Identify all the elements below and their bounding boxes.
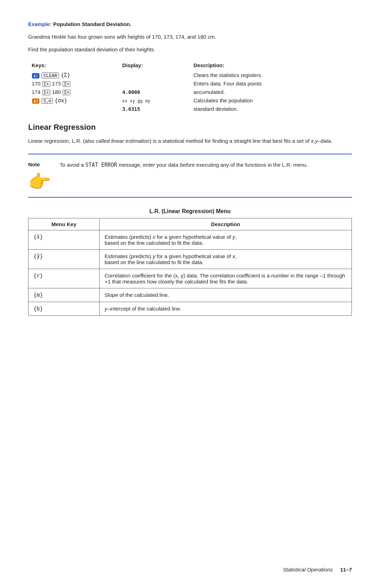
lr-table: Menu Key Description {x̂} Estimates (pre… [28,218,352,316]
display-cell-2 [119,79,190,88]
desc-cell-1: Clears the statistics registers. [190,71,352,79]
footer-title: Statistical Operations [283,567,333,573]
lr-desc-yhat: Estimates (predicts) y for a given hypot… [100,250,352,269]
desc-cell-5: standard deviation. [190,105,352,113]
desc-cell-2: Enters data. Four data points [190,79,352,88]
example-heading: Example: Population Standard Deviation. [28,21,352,27]
table-row: {r} Correlation coefficient for the (x, … [28,269,352,288]
note-label: Note [28,161,60,167]
note-italic: before [180,162,195,168]
kdd-table: Keys: Display: Description: ▮1 CLEAR {Σ}… [28,61,352,113]
footer-page: 11–7 [340,567,352,573]
lr-key-yhat: {ŷ} [28,250,100,269]
lr-x-italic-1: x [153,234,156,240]
lr-header-menukey: Menu Key [28,218,100,230]
footer: Statistical Operations 11–7 [283,567,352,573]
display-cell-4: sx sy σx σy [119,96,190,105]
key-sigma-plus-1: Σ+ [42,81,50,87]
key-sigmax-label: {σx} [55,97,67,104]
lr-y-italic-2: y [153,253,156,259]
display-val-4: sx sy σx σy [122,98,151,103]
desc-cell-4: Calculates the population [190,96,352,105]
key-blue-1: ▮1 [32,73,39,78]
lr-key-r: {r} [28,269,100,288]
keys-cell-3: 174 Σ+ 180 Σ+ [28,88,119,96]
lr-italic: linear estimation [111,138,150,144]
key-sigma-plus-2: Σ+ [63,81,70,87]
lr-y-italic-1: y [233,234,235,240]
table-row: {x̂} Estimates (predicts) x for a given … [28,230,352,250]
lr-desc-xhat: Estimates (predicts) x for a given hypot… [100,230,352,250]
example-body-line1: Grandma Hinkle has four grown sons with … [28,33,352,41]
lr-x-italic-2: x [233,253,235,259]
table-row: 170 Σ+ 173 Σ+ Enters data. Four data poi… [28,79,352,88]
kdd-header-display: Display: [119,61,190,71]
note-content: To avoid a STAT ERROR message, enter you… [60,161,352,169]
keys-cell-2: 170 Σ+ 173 Σ+ [28,79,119,88]
desc-cell-3: accumulated. [190,88,352,96]
note-box: Note 👉 To avoid a STAT ERROR message, en… [28,154,352,198]
example-body-line2: Find the population standard deviation o… [28,45,352,54]
key-sigma-sigma: S,σ [42,98,53,104]
table-row: ▮1 CLEAR {Σ} Clears the statistics regis… [28,71,352,79]
display-val-3: 4.0000 [122,89,140,95]
display-val-5: 3.6315 [122,106,140,112]
table-row: 3.6315 standard deviation. [28,105,352,113]
section-heading-lr: Linear Regression [28,123,352,132]
lr-key-xhat: {x̂} [28,230,100,250]
key-orange-1: ▮2 [32,98,39,104]
lr-key-m: {m} [28,288,100,302]
lr-desc-m: Slope of the calculated line. [100,288,352,302]
keys-cell-5 [28,105,119,113]
display-cell-3: 4.0000 [119,88,190,96]
keys-cell-1: ▮1 CLEAR {Σ} [28,71,119,79]
lr-xy: x,y [311,138,318,144]
lr-key-b: {b} [28,302,100,316]
lr-y-italic-3: y [104,306,107,312]
hand-pointing-icon: 👉 [28,172,51,191]
table-row: ▮2 S,σ {σx} sx sy σx σy Calculates the p… [28,96,352,105]
key-sigma-label: {Σ} [61,72,70,78]
table-row: {b} y–intercept of the calculated line. [28,302,352,316]
table-row: 174 Σ+ 180 Σ+ 4.0000 accumulated. [28,88,352,96]
lr-header-desc: Description [100,218,352,230]
keys-cell-4: ▮2 S,σ {σx} [28,96,119,105]
lr-desc-r: Correlation coefficient for the (x, y) d… [100,269,352,288]
table-row: {m} Slope of the calculated line. [28,288,352,302]
example-title: Population Standard Deviation. [53,21,132,27]
note-text-pre: To avoid a [60,162,86,168]
lr-table-header-row: Menu Key Description [28,218,352,230]
note-text-post: executing any of the functions in the L.… [195,162,308,168]
table-row: {ŷ} Estimates (predicts) y for a given h… [28,250,352,269]
example-label: Example: [28,21,52,27]
key-sigma-plus-3: Σ+ [42,90,50,95]
key-clear: CLEAR [42,72,59,78]
lr-menu-title: L.R. (Linear Regression) Menu [28,208,352,215]
lr-body: Linear regression, L.R. (also called lin… [28,137,352,145]
display-cell-5: 3.6315 [119,105,190,113]
note-hand-icon: 👉 [28,167,60,191]
note-code: STAT ERROR [86,162,117,168]
lr-desc-b: y–intercept of the calculated line. [100,302,352,316]
key-sigma-plus-4: Σ+ [63,90,70,95]
note-text-mid: message, enter your data [117,162,180,168]
kdd-header-desc: Description: [190,61,352,71]
display-cell-1 [119,71,190,79]
kdd-header-keys: Keys: [28,61,119,71]
